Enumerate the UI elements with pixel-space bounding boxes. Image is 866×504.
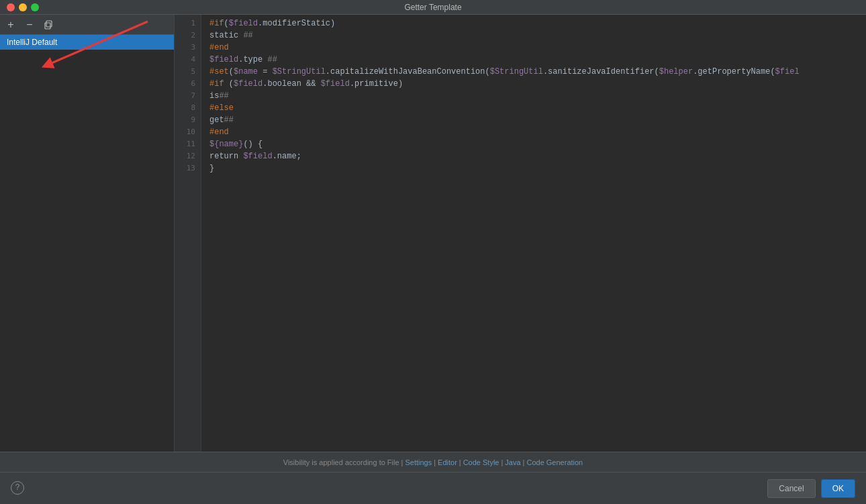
title-bar: Getter Template bbox=[0, 0, 866, 15]
code-line-11: ${name}() { bbox=[209, 138, 866, 150]
code-content: 1 2 3 4 5 6 7 8 9 10 11 12 13 #if($field… bbox=[175, 15, 866, 452]
line-num-4: 4 bbox=[175, 54, 201, 66]
bottom-buttons-bar: ? Cancel OK bbox=[0, 472, 866, 504]
code-line-12: return $field.name; bbox=[209, 150, 866, 162]
main-content: + − IntelliJ Default bbox=[0, 15, 866, 452]
code-line-9: get## bbox=[209, 114, 866, 126]
window-controls[interactable] bbox=[7, 3, 39, 11]
line-num-10: 10 bbox=[175, 126, 201, 138]
add-template-button[interactable]: + bbox=[4, 18, 17, 32]
help-button[interactable]: ? bbox=[11, 481, 24, 495]
remove-template-button[interactable]: − bbox=[23, 18, 36, 32]
sidebar-list: IntelliJ Default bbox=[0, 35, 174, 452]
window-title: Getter Template bbox=[404, 3, 461, 12]
line-num-6: 6 bbox=[175, 78, 201, 90]
code-line-2: static ## bbox=[209, 30, 866, 42]
status-link-code-style[interactable]: Code Style bbox=[463, 458, 499, 466]
line-num-9: 9 bbox=[175, 114, 201, 126]
svg-rect-0 bbox=[45, 23, 50, 29]
editor-area[interactable]: 1 2 3 4 5 6 7 8 9 10 11 12 13 #if($field… bbox=[175, 15, 866, 452]
code-line-3: #end bbox=[209, 42, 866, 54]
line-num-2: 2 bbox=[175, 30, 201, 42]
status-text-prefix: Visibility is applied according to File bbox=[283, 458, 399, 466]
code-line-10: #end bbox=[209, 126, 866, 138]
status-link-editor[interactable]: Editor bbox=[438, 458, 457, 466]
copy-template-button[interactable] bbox=[42, 18, 55, 32]
status-bar: Visibility is applied according to File … bbox=[0, 452, 866, 472]
line-num-13: 13 bbox=[175, 162, 201, 174]
code-line-13: } bbox=[209, 162, 866, 174]
maximize-button[interactable] bbox=[31, 3, 39, 11]
status-link-code-generation[interactable]: Code Generation bbox=[526, 458, 583, 466]
svg-rect-1 bbox=[46, 21, 52, 27]
line-num-11: 11 bbox=[175, 138, 201, 150]
line-num-7: 7 bbox=[175, 90, 201, 102]
ok-button[interactable]: OK bbox=[821, 479, 855, 498]
code-lines[interactable]: #if($field.modifierStatic) static ## #en… bbox=[201, 15, 866, 452]
status-link-java[interactable]: Java bbox=[505, 458, 520, 466]
line-num-8: 8 bbox=[175, 102, 201, 114]
code-line-4: $field.type ## bbox=[209, 54, 866, 66]
code-line-7: is## bbox=[209, 90, 866, 102]
status-bar-text: Visibility is applied according to File … bbox=[283, 458, 583, 466]
cancel-button[interactable]: Cancel bbox=[767, 479, 815, 498]
close-button[interactable] bbox=[7, 3, 15, 11]
code-line-6: #if ($field.boolean && $field.primitive) bbox=[209, 78, 866, 90]
line-num-5: 5 bbox=[175, 66, 201, 78]
code-line-8: #else bbox=[209, 102, 866, 114]
status-link-settings[interactable]: Settings bbox=[405, 458, 432, 466]
code-line-5: #set($name = $StringUtil.capitalizeWithJ… bbox=[209, 66, 866, 78]
sidebar-item-intellij-default[interactable]: IntelliJ Default bbox=[0, 35, 174, 50]
code-line-1: #if($field.modifierStatic) bbox=[209, 17, 866, 30]
sidebar: + − IntelliJ Default bbox=[0, 15, 175, 452]
line-numbers: 1 2 3 4 5 6 7 8 9 10 11 12 13 bbox=[175, 15, 201, 452]
sidebar-toolbar: + − bbox=[0, 15, 174, 35]
line-num-3: 3 bbox=[175, 42, 201, 54]
line-num-1: 1 bbox=[175, 17, 201, 30]
line-num-12: 12 bbox=[175, 150, 201, 162]
minimize-button[interactable] bbox=[19, 3, 27, 11]
